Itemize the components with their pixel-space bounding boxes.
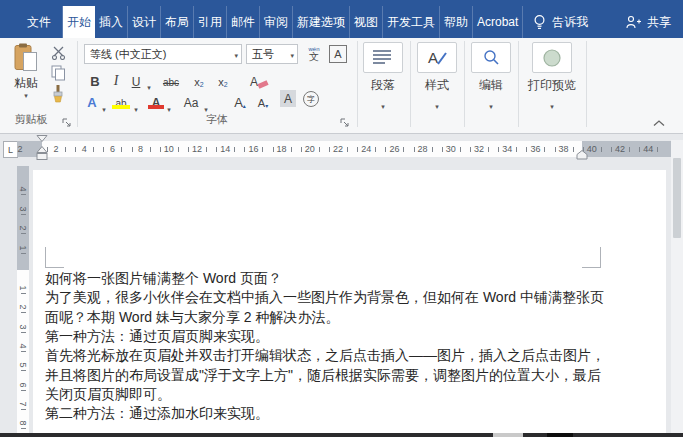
right-indent-marker[interactable]: [575, 150, 589, 160]
ruler-tick: [21, 370, 26, 371]
paragraph-group-button[interactable]: [363, 42, 403, 73]
chevron-up-icon: [653, 120, 665, 127]
group-separator: [464, 41, 465, 127]
tab-file[interactable]: 文件: [16, 6, 63, 38]
ruler-number: 5: [18, 360, 28, 370]
paste-label: 粘贴: [14, 75, 38, 92]
change-case-dropdown-arrow[interactable]: ▾: [202, 94, 210, 113]
ruler-tick: [132, 147, 133, 152]
ruler-number: 2: [18, 302, 28, 312]
font-color-bar: [148, 105, 164, 109]
document-text-line: 关闭页眉页脚即可。: [45, 385, 605, 404]
tab-new-tab[interactable]: 新建选项: [293, 6, 350, 38]
ruler-number: 8: [18, 418, 28, 428]
ruler-tick: [21, 351, 26, 352]
italic-button[interactable]: I: [109, 69, 123, 88]
tell-me-button[interactable]: 告诉我: [523, 6, 598, 38]
text-highlight-button[interactable]: ab: [112, 90, 130, 109]
editing-group-arrow[interactable]: ▾: [471, 95, 511, 113]
tab-developer[interactable]: 开发工具: [383, 6, 440, 38]
ruler-number: 1: [18, 283, 28, 293]
tab-references[interactable]: 引用: [194, 6, 227, 38]
taskbar-sliver-block: [493, 433, 523, 437]
cut-button[interactable]: [48, 45, 68, 61]
horizontal-ruler[interactable]: 2246810121416182022242628303234363840424…: [17, 141, 672, 157]
ruler-tick: [375, 147, 376, 152]
shrink-caret-icon: ▾: [265, 103, 268, 109]
vertical-scrollbar[interactable]: [671, 140, 683, 433]
font-color-button[interactable]: A: [148, 90, 164, 109]
superscript-number: 2: [224, 81, 228, 88]
paragraph-group-arrow[interactable]: ▾: [363, 95, 403, 113]
bold-button[interactable]: B: [86, 69, 104, 88]
font-dialog-launcher[interactable]: [340, 114, 352, 126]
styles-group-arrow[interactable]: ▾: [417, 95, 457, 113]
editing-group-button[interactable]: [471, 42, 511, 73]
ruler-tick: [103, 147, 104, 152]
tab-design[interactable]: 设计: [128, 6, 161, 38]
collapse-ribbon-button[interactable]: [648, 116, 670, 130]
scissors-icon: [51, 46, 66, 60]
ruler-tick: [319, 147, 320, 152]
highlight-dropdown-arrow[interactable]: ▾: [132, 94, 140, 113]
print-preview-group-button[interactable]: [532, 42, 572, 73]
scrollbar-thumb[interactable]: [673, 158, 681, 238]
tab-review[interactable]: 审阅: [260, 6, 293, 38]
tab-insert[interactable]: 插入: [95, 6, 128, 38]
copy-button[interactable]: [48, 64, 68, 81]
document-text-line: 面呢？本期 Word 妹与大家分享 2 种解决办法。: [45, 308, 605, 327]
underline-dropdown-arrow[interactable]: ▾: [145, 72, 153, 91]
group-separator: [518, 41, 519, 127]
document-text[interactable]: 如何将一张图片铺满整个 Word 页面？ 为了美观，很多小伙伴会在文档中插入一些…: [45, 269, 605, 424]
tab-home[interactable]: 开始: [63, 6, 95, 38]
share-button[interactable]: 共享: [626, 6, 671, 38]
paragraph-lines-icon: [373, 50, 393, 65]
strikethrough-button[interactable]: abc: [158, 69, 184, 88]
phonetic-guide-button[interactable]: wén 文: [302, 42, 326, 65]
ruler-number: 20: [302, 144, 318, 154]
tab-acrobat[interactable]: Acrobat: [473, 6, 523, 38]
grow-caret-icon: ▴: [243, 103, 246, 109]
ruler-tick: [262, 147, 263, 152]
tab-mailings[interactable]: 邮件: [227, 6, 260, 38]
ribbon-tab-bar: 文件 开始 插入 设计 布局 引用 邮件 审阅 新建选项 视图 开发工具 帮助 …: [0, 0, 683, 38]
change-case-button[interactable]: Aa: [180, 90, 202, 109]
font-name-combobox[interactable]: 等线 (中文正文) ▾: [84, 44, 242, 64]
print-preview-group-arrow[interactable]: ▾: [520, 95, 584, 113]
text-boundary-mark-top-right: [582, 247, 601, 268]
character-border-button[interactable]: A: [328, 44, 348, 64]
tab-help[interactable]: 帮助: [440, 6, 473, 38]
font-color-dropdown-arrow[interactable]: ▾: [165, 94, 173, 113]
tab-view[interactable]: 视图: [350, 6, 383, 38]
group-separator: [410, 41, 411, 127]
left-indent-marker[interactable]: [35, 135, 49, 161]
tab-stop-selector[interactable]: L: [3, 141, 18, 158]
clear-formatting-button[interactable]: A: [246, 69, 262, 88]
ruler-tick: [121, 147, 122, 152]
shrink-font-button[interactable]: A▾: [254, 90, 272, 109]
subscript-button[interactable]: x2: [190, 69, 208, 88]
tab-layout[interactable]: 布局: [161, 6, 194, 38]
ruler-tick: [639, 147, 640, 152]
ribbon: 粘贴 ▾ 剪贴板: [0, 38, 683, 134]
svg-text:A: A: [428, 49, 438, 66]
styles-group-button[interactable]: A: [417, 42, 457, 73]
font-size-combobox[interactable]: 五号 ▾: [246, 44, 298, 64]
ruler-tick: [442, 147, 443, 152]
character-shading-button[interactable]: A: [280, 90, 296, 107]
ruler-number: 12: [189, 144, 205, 154]
grow-font-button[interactable]: A▴: [230, 90, 250, 109]
paste-button[interactable]: 粘贴 ▾: [7, 43, 45, 109]
superscript-button[interactable]: x2: [214, 69, 232, 88]
text-effects-button[interactable]: A: [84, 90, 100, 109]
underline-button[interactable]: U: [128, 69, 144, 88]
ruler-number: 22: [330, 144, 346, 154]
format-painter-button[interactable]: [48, 84, 68, 104]
ruler-tick: [21, 293, 26, 294]
vertical-ruler[interactable]: 432112345678: [17, 166, 29, 433]
text-effects-dropdown-arrow[interactable]: ▾: [100, 94, 108, 113]
enclose-characters-button[interactable]: 字: [302, 90, 320, 108]
ruler-number: 7: [18, 399, 28, 409]
clipboard-dialog-launcher[interactable]: [62, 114, 74, 126]
phonetic-guide-hanzi: 文: [309, 52, 319, 62]
